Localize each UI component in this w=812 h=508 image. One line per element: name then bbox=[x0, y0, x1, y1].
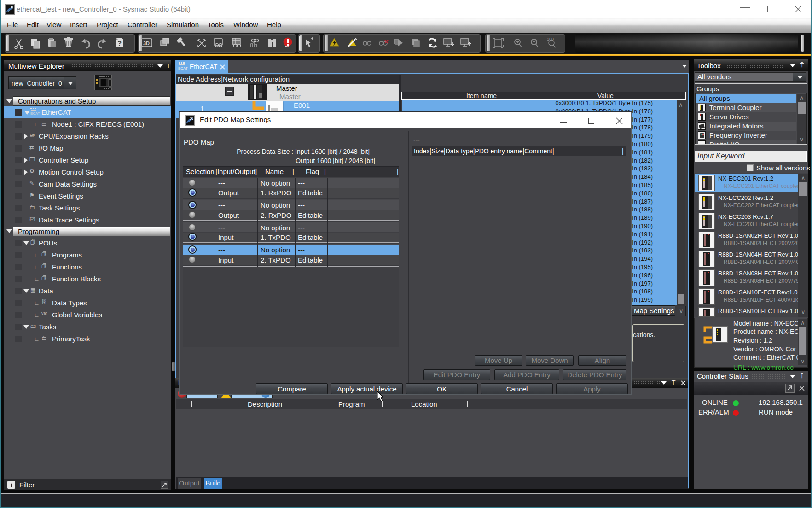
svg-text:?: ? bbox=[117, 39, 122, 47]
svg-text:100: 100 bbox=[547, 37, 554, 41]
svg-text:3D: 3D bbox=[143, 41, 150, 46]
